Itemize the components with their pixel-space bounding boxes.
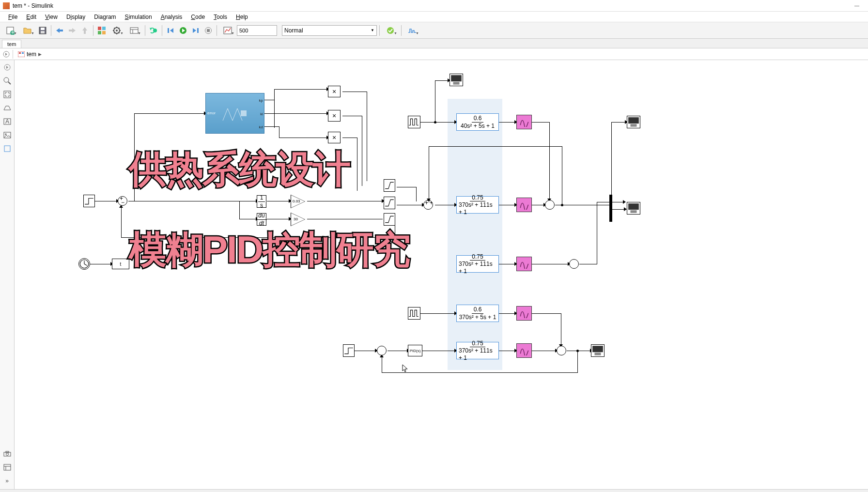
save-button[interactable]	[37, 25, 48, 36]
step-forward-button[interactable]	[190, 25, 202, 36]
area-button[interactable]	[2, 143, 13, 154]
open-button[interactable]: ▼	[19, 25, 36, 36]
sat1-block[interactable]	[384, 179, 395, 192]
svg-text:+: +	[430, 200, 433, 206]
forward-button[interactable]	[66, 25, 78, 36]
svg-rect-52	[631, 124, 637, 126]
sum6-block[interactable]	[557, 346, 566, 355]
menu-diagram[interactable]: Diagram	[90, 14, 120, 20]
mux-block[interactable]	[609, 195, 612, 222]
menu-help[interactable]: Help	[232, 14, 252, 20]
model-explorer-button[interactable]: ▼	[126, 25, 142, 36]
sat3-block[interactable]	[384, 213, 395, 226]
library-browser-button[interactable]	[96, 25, 108, 36]
menu-view[interactable]: View	[41, 14, 62, 20]
derivative-block[interactable]: dudt	[257, 213, 266, 226]
menu-edit[interactable]: Edit	[22, 14, 41, 20]
menu-file[interactable]: File	[4, 14, 22, 20]
hide-palette-button[interactable]	[2, 62, 13, 73]
pulse2-block[interactable]	[408, 307, 420, 320]
tf1-block[interactable]: 0.640s² + 5s + 1	[456, 113, 499, 131]
svg-point-34	[5, 134, 6, 135]
svg-rect-54	[631, 210, 637, 213]
tf5-block[interactable]: 0.75370s² + 111s + 1	[456, 342, 499, 359]
step2-block[interactable]	[343, 344, 355, 357]
tf2-block[interactable]: 0.75370s² + 111s + 1	[456, 196, 499, 214]
model-browser-button[interactable]	[2, 462, 13, 473]
hide-browser-button[interactable]	[2, 50, 11, 59]
menu-simulation[interactable]: Simulation	[121, 14, 156, 20]
delay4-block[interactable]	[516, 306, 532, 321]
data-inspector-button[interactable]: ▼	[219, 25, 236, 36]
delay1-block[interactable]	[516, 115, 532, 129]
pid-block[interactable]: PID(s)	[408, 345, 422, 356]
pulse1-block[interactable]	[408, 116, 420, 128]
svg-rect-24	[18, 51, 25, 57]
delay2-block[interactable]	[516, 198, 532, 212]
step-back-button[interactable]	[165, 25, 176, 36]
product2-block[interactable]: ×	[328, 110, 341, 122]
check-button[interactable]: ▼	[382, 25, 399, 36]
back-button[interactable]	[54, 25, 65, 36]
expand-button[interactable]: »	[2, 476, 13, 486]
sum5-block[interactable]	[377, 346, 387, 355]
sum3-block[interactable]	[545, 200, 555, 210]
menu-tools[interactable]: Tools	[209, 14, 232, 20]
menu-analysis[interactable]: Analysis	[156, 14, 187, 20]
tf4-block[interactable]: 0.6370s² + 5s + 1	[456, 305, 499, 322]
zoom-tool-button[interactable]	[2, 76, 13, 86]
svg-text:−: −	[121, 199, 124, 205]
svg-rect-55	[592, 346, 603, 352]
product1-block[interactable]: ×	[328, 86, 341, 97]
image-button[interactable]	[2, 130, 13, 140]
canvas[interactable]: +− t error kp ki kd × × × 1s dudt 0.03	[15, 60, 868, 489]
integrator-block[interactable]: 1s	[257, 195, 266, 208]
minimize-button[interactable]: —	[849, 1, 865, 10]
scope1-block[interactable]	[450, 74, 463, 86]
logic-analyzer-button[interactable]: ▼	[404, 25, 420, 36]
svg-line-29	[8, 82, 11, 84]
svg-rect-20	[207, 29, 210, 32]
model-config-button[interactable]: ▼	[108, 25, 125, 36]
sim-time-input[interactable]	[237, 25, 277, 36]
sample-time-button[interactable]	[2, 103, 13, 113]
sum1-block[interactable]: +−	[118, 196, 127, 206]
svg-rect-50	[453, 82, 460, 84]
sum2-block[interactable]: +++	[423, 200, 433, 210]
menu-code[interactable]: Code	[186, 14, 209, 20]
svg-rect-30	[4, 91, 11, 98]
breadcrumb[interactable]: tem ▶	[15, 51, 45, 58]
delay5-block[interactable]	[516, 343, 532, 358]
fuzzy-controller-block[interactable]: error kp ki kd	[205, 93, 264, 134]
svg-point-22	[387, 27, 394, 34]
menu-display[interactable]: Display	[62, 14, 90, 20]
tf3-block[interactable]: 0.75370s² + 111s + 1	[456, 255, 499, 273]
svg-rect-56	[595, 353, 601, 355]
stop-button[interactable]	[202, 25, 214, 36]
overlay-title-1: 供热系统设计	[129, 144, 350, 195]
sum4-block[interactable]	[569, 259, 579, 269]
up-button[interactable]	[79, 25, 91, 36]
scope4-block[interactable]	[591, 344, 604, 357]
run-button[interactable]	[177, 25, 189, 36]
delay3-block[interactable]	[516, 257, 532, 271]
to-workspace-block[interactable]: t	[112, 259, 129, 269]
tab-model[interactable]: tem	[2, 40, 21, 48]
sim-mode-select[interactable]: Normal▼	[282, 25, 377, 36]
annotation-button[interactable]: A	[2, 116, 13, 127]
svg-text:A: A	[5, 118, 9, 125]
svg-point-15	[153, 29, 157, 32]
scope3-block[interactable]	[627, 202, 640, 215]
fit-view-button[interactable]	[2, 89, 13, 100]
fast-restart-button[interactable]	[148, 25, 159, 36]
scope2-block[interactable]	[627, 116, 640, 128]
screenshot-button[interactable]	[2, 448, 13, 459]
svg-rect-18	[197, 28, 199, 33]
clock-block[interactable]	[78, 258, 90, 270]
step-block[interactable]	[83, 195, 95, 207]
product3-block[interactable]: ×	[328, 132, 341, 143]
sat2-block[interactable]	[384, 197, 395, 209]
gain2-block[interactable]	[291, 213, 305, 226]
new-model-button[interactable]: +▼	[2, 25, 18, 36]
status-bar: Ready 80%	[0, 489, 868, 492]
